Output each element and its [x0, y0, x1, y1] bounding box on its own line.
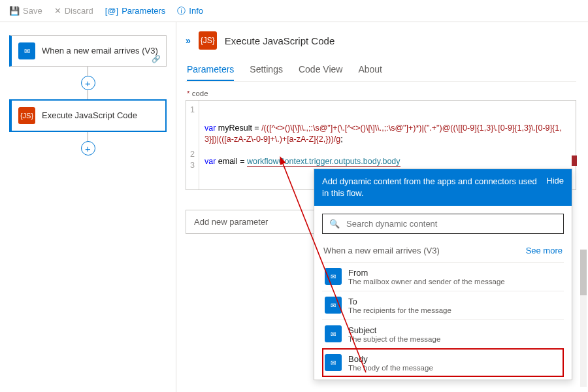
- code-field-label: * code: [187, 90, 576, 97]
- dynamic-item-desc: The mailbox owner and sender of the mess…: [348, 278, 505, 286]
- dynamic-item-title: To: [348, 297, 451, 306]
- flyout-hide-button[interactable]: Hide: [546, 176, 564, 199]
- parameters-button[interactable]: [@] Parameters: [105, 6, 166, 16]
- see-more-link[interactable]: See more: [526, 246, 563, 255]
- outlook-icon: ✉: [18, 42, 35, 59]
- detail-title: Execute JavaScript Code: [225, 35, 335, 46]
- outlook-icon: ✉: [325, 325, 342, 342]
- dynamic-item-title: Subject: [348, 325, 440, 335]
- info-button[interactable]: ⓘ Info: [177, 5, 203, 17]
- discard-icon: ✕: [54, 6, 61, 16]
- dynamic-search-input[interactable]: [345, 218, 557, 229]
- flyout-header-text: Add dynamic content from the apps and co…: [322, 176, 537, 199]
- group-header: When a new email arrives (V3) See more: [322, 243, 564, 262]
- js-icon: {JS}: [18, 107, 35, 124]
- add-step-button[interactable]: +: [81, 76, 95, 90]
- dynamic-item-desc: The subject of the message: [348, 335, 440, 343]
- dynamic-content-flyout: Add dynamic content from the apps and co…: [314, 169, 572, 380]
- dynamic-item-to[interactable]: ✉ToThe recipients for the message: [322, 291, 564, 319]
- error-marker: [572, 155, 577, 166]
- dynamic-item-desc: The body of the message: [348, 364, 433, 372]
- dynamic-item-title: From: [348, 268, 505, 278]
- trigger-label: When a new email arrives (V3): [42, 46, 158, 57]
- outlook-icon: ✉: [325, 297, 342, 314]
- save-label: Save: [23, 6, 42, 16]
- js-badge-icon: {JS}: [199, 31, 217, 50]
- dynamic-item-desc: The recipients for the message: [348, 306, 451, 314]
- connector-end: +: [9, 132, 167, 155]
- flyout-header: Add dynamic content from the apps and co…: [314, 169, 572, 206]
- dynamic-item-title: Body: [348, 354, 433, 364]
- tab-settings[interactable]: Settings: [250, 59, 283, 81]
- save-icon: 💾: [9, 6, 20, 16]
- parameters-label: Parameters: [122, 6, 165, 16]
- discard-button[interactable]: ✕ Discard: [54, 6, 93, 16]
- action-label: Execute JavaScript Code: [42, 110, 137, 122]
- line-gutter: 123: [186, 101, 199, 189]
- parameters-icon: [@]: [105, 6, 118, 16]
- outlook-icon: ✉: [325, 268, 342, 285]
- search-icon: 🔍: [329, 219, 340, 229]
- info-icon: ⓘ: [177, 5, 186, 17]
- flyout-scrollbar[interactable]: [580, 250, 587, 387]
- detail-tabs: Parameters Settings Code View About: [186, 59, 576, 82]
- outlook-icon: ✉: [325, 354, 342, 371]
- dynamic-item-body[interactable]: ✉BodyThe body of the message: [322, 348, 564, 377]
- link-icon: 🔗: [152, 55, 161, 63]
- collapse-button[interactable]: »: [186, 35, 191, 46]
- tab-parameters[interactable]: Parameters: [187, 59, 234, 81]
- trigger-step[interactable]: ✉ When a new email arrives (V3) 🔗: [9, 35, 167, 67]
- dynamic-search[interactable]: 🔍: [322, 214, 564, 234]
- dynamic-item-from[interactable]: ✉FromThe mailbox owner and sender of the…: [322, 262, 564, 291]
- discard-label: Discard: [65, 6, 93, 16]
- tab-about[interactable]: About: [358, 59, 382, 81]
- designer-canvas: ✉ When a new email arrives (V3) 🔗 + {JS}…: [0, 22, 176, 392]
- connector: +: [9, 67, 167, 99]
- dynamic-item-subject[interactable]: ✉SubjectThe subject of the message: [322, 319, 564, 348]
- save-button[interactable]: 💾 Save: [9, 6, 42, 16]
- group-title: When a new email arrives (V3): [323, 246, 440, 255]
- info-label: Info: [189, 6, 203, 16]
- add-step-after-button[interactable]: +: [81, 141, 95, 155]
- action-step[interactable]: {JS} Execute JavaScript Code: [9, 99, 167, 132]
- tab-code-view[interactable]: Code View: [299, 59, 342, 81]
- top-toolbar: 💾 Save ✕ Discard [@] Parameters ⓘ Info: [0, 0, 588, 22]
